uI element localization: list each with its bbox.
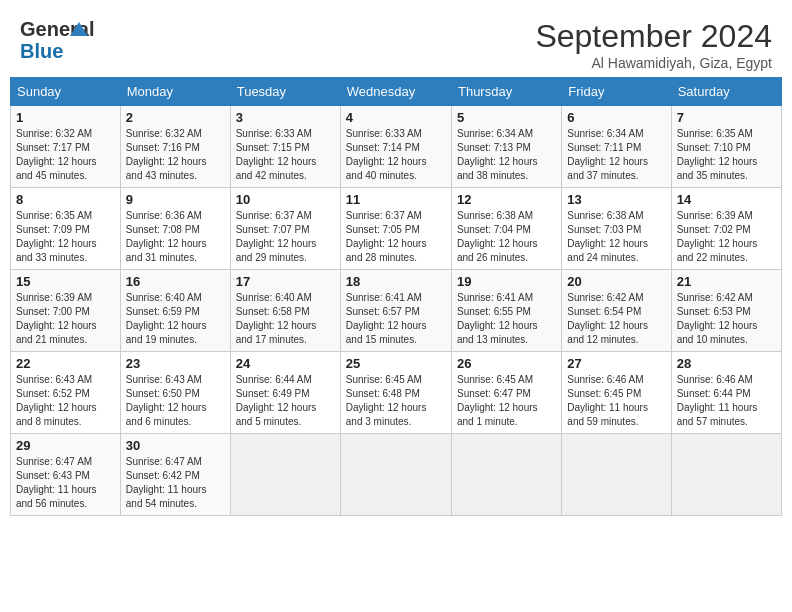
table-row: 6Sunrise: 6:34 AM Sunset: 7:11 PM Daylig… xyxy=(562,106,671,188)
day-info: Sunrise: 6:42 AM Sunset: 6:53 PM Dayligh… xyxy=(677,291,776,347)
logo: General Blue xyxy=(20,18,72,62)
day-number: 28 xyxy=(677,356,776,371)
col-sunday: Sunday xyxy=(11,78,121,106)
day-info: Sunrise: 6:37 AM Sunset: 7:05 PM Dayligh… xyxy=(346,209,446,265)
day-number: 22 xyxy=(16,356,115,371)
day-info: Sunrise: 6:41 AM Sunset: 6:55 PM Dayligh… xyxy=(457,291,556,347)
day-info: Sunrise: 6:34 AM Sunset: 7:13 PM Dayligh… xyxy=(457,127,556,183)
table-row: 20Sunrise: 6:42 AM Sunset: 6:54 PM Dayli… xyxy=(562,270,671,352)
table-row: 13Sunrise: 6:38 AM Sunset: 7:03 PM Dayli… xyxy=(562,188,671,270)
day-number: 20 xyxy=(567,274,665,289)
day-info: Sunrise: 6:47 AM Sunset: 6:43 PM Dayligh… xyxy=(16,455,115,511)
day-info: Sunrise: 6:46 AM Sunset: 6:45 PM Dayligh… xyxy=(567,373,665,429)
day-info: Sunrise: 6:32 AM Sunset: 7:17 PM Dayligh… xyxy=(16,127,115,183)
table-row: 21Sunrise: 6:42 AM Sunset: 6:53 PM Dayli… xyxy=(671,270,781,352)
table-row: 25Sunrise: 6:45 AM Sunset: 6:48 PM Dayli… xyxy=(340,352,451,434)
day-info: Sunrise: 6:37 AM Sunset: 7:07 PM Dayligh… xyxy=(236,209,335,265)
location: Al Hawamidiyah, Giza, Egypt xyxy=(535,55,772,71)
day-number: 27 xyxy=(567,356,665,371)
day-info: Sunrise: 6:43 AM Sunset: 6:50 PM Dayligh… xyxy=(126,373,225,429)
col-thursday: Thursday xyxy=(451,78,561,106)
table-row: 29Sunrise: 6:47 AM Sunset: 6:43 PM Dayli… xyxy=(11,434,121,516)
logo-triangle xyxy=(70,22,88,36)
calendar-week-1: 1Sunrise: 6:32 AM Sunset: 7:17 PM Daylig… xyxy=(11,106,782,188)
day-info: Sunrise: 6:34 AM Sunset: 7:11 PM Dayligh… xyxy=(567,127,665,183)
day-number: 8 xyxy=(16,192,115,207)
day-info: Sunrise: 6:33 AM Sunset: 7:14 PM Dayligh… xyxy=(346,127,446,183)
day-info: Sunrise: 6:39 AM Sunset: 7:00 PM Dayligh… xyxy=(16,291,115,347)
table-row xyxy=(451,434,561,516)
day-number: 14 xyxy=(677,192,776,207)
day-number: 10 xyxy=(236,192,335,207)
table-row: 16Sunrise: 6:40 AM Sunset: 6:59 PM Dayli… xyxy=(120,270,230,352)
day-info: Sunrise: 6:45 AM Sunset: 6:47 PM Dayligh… xyxy=(457,373,556,429)
day-number: 3 xyxy=(236,110,335,125)
day-info: Sunrise: 6:40 AM Sunset: 6:59 PM Dayligh… xyxy=(126,291,225,347)
day-info: Sunrise: 6:44 AM Sunset: 6:49 PM Dayligh… xyxy=(236,373,335,429)
day-info: Sunrise: 6:40 AM Sunset: 6:58 PM Dayligh… xyxy=(236,291,335,347)
calendar-week-2: 8Sunrise: 6:35 AM Sunset: 7:09 PM Daylig… xyxy=(11,188,782,270)
table-row: 26Sunrise: 6:45 AM Sunset: 6:47 PM Dayli… xyxy=(451,352,561,434)
col-wednesday: Wednesday xyxy=(340,78,451,106)
table-row: 8Sunrise: 6:35 AM Sunset: 7:09 PM Daylig… xyxy=(11,188,121,270)
table-row: 15Sunrise: 6:39 AM Sunset: 7:00 PM Dayli… xyxy=(11,270,121,352)
day-number: 19 xyxy=(457,274,556,289)
day-number: 6 xyxy=(567,110,665,125)
col-tuesday: Tuesday xyxy=(230,78,340,106)
day-info: Sunrise: 6:46 AM Sunset: 6:44 PM Dayligh… xyxy=(677,373,776,429)
day-number: 5 xyxy=(457,110,556,125)
day-info: Sunrise: 6:33 AM Sunset: 7:15 PM Dayligh… xyxy=(236,127,335,183)
col-friday: Friday xyxy=(562,78,671,106)
day-number: 15 xyxy=(16,274,115,289)
day-number: 1 xyxy=(16,110,115,125)
table-row xyxy=(562,434,671,516)
day-number: 24 xyxy=(236,356,335,371)
day-number: 2 xyxy=(126,110,225,125)
table-row: 28Sunrise: 6:46 AM Sunset: 6:44 PM Dayli… xyxy=(671,352,781,434)
table-row: 23Sunrise: 6:43 AM Sunset: 6:50 PM Dayli… xyxy=(120,352,230,434)
day-number: 17 xyxy=(236,274,335,289)
table-row: 7Sunrise: 6:35 AM Sunset: 7:10 PM Daylig… xyxy=(671,106,781,188)
calendar-week-3: 15Sunrise: 6:39 AM Sunset: 7:00 PM Dayli… xyxy=(11,270,782,352)
table-row: 19Sunrise: 6:41 AM Sunset: 6:55 PM Dayli… xyxy=(451,270,561,352)
col-monday: Monday xyxy=(120,78,230,106)
day-number: 30 xyxy=(126,438,225,453)
logo-icon: General Blue xyxy=(20,18,72,62)
day-info: Sunrise: 6:38 AM Sunset: 7:03 PM Dayligh… xyxy=(567,209,665,265)
day-number: 18 xyxy=(346,274,446,289)
day-info: Sunrise: 6:32 AM Sunset: 7:16 PM Dayligh… xyxy=(126,127,225,183)
day-info: Sunrise: 6:35 AM Sunset: 7:09 PM Dayligh… xyxy=(16,209,115,265)
table-row: 12Sunrise: 6:38 AM Sunset: 7:04 PM Dayli… xyxy=(451,188,561,270)
table-row xyxy=(340,434,451,516)
day-info: Sunrise: 6:45 AM Sunset: 6:48 PM Dayligh… xyxy=(346,373,446,429)
table-row: 30Sunrise: 6:47 AM Sunset: 6:42 PM Dayli… xyxy=(120,434,230,516)
day-number: 26 xyxy=(457,356,556,371)
day-number: 11 xyxy=(346,192,446,207)
table-row xyxy=(671,434,781,516)
table-row: 5Sunrise: 6:34 AM Sunset: 7:13 PM Daylig… xyxy=(451,106,561,188)
day-info: Sunrise: 6:42 AM Sunset: 6:54 PM Dayligh… xyxy=(567,291,665,347)
day-info: Sunrise: 6:36 AM Sunset: 7:08 PM Dayligh… xyxy=(126,209,225,265)
month-title: September 2024 xyxy=(535,18,772,55)
calendar-table: Sunday Monday Tuesday Wednesday Thursday… xyxy=(10,77,782,516)
day-number: 29 xyxy=(16,438,115,453)
day-info: Sunrise: 6:38 AM Sunset: 7:04 PM Dayligh… xyxy=(457,209,556,265)
table-row: 27Sunrise: 6:46 AM Sunset: 6:45 PM Dayli… xyxy=(562,352,671,434)
day-number: 7 xyxy=(677,110,776,125)
table-row: 17Sunrise: 6:40 AM Sunset: 6:58 PM Dayli… xyxy=(230,270,340,352)
table-row: 14Sunrise: 6:39 AM Sunset: 7:02 PM Dayli… xyxy=(671,188,781,270)
day-info: Sunrise: 6:43 AM Sunset: 6:52 PM Dayligh… xyxy=(16,373,115,429)
day-info: Sunrise: 6:39 AM Sunset: 7:02 PM Dayligh… xyxy=(677,209,776,265)
day-info: Sunrise: 6:47 AM Sunset: 6:42 PM Dayligh… xyxy=(126,455,225,511)
table-row: 24Sunrise: 6:44 AM Sunset: 6:49 PM Dayli… xyxy=(230,352,340,434)
table-row: 10Sunrise: 6:37 AM Sunset: 7:07 PM Dayli… xyxy=(230,188,340,270)
day-info: Sunrise: 6:35 AM Sunset: 7:10 PM Dayligh… xyxy=(677,127,776,183)
day-number: 12 xyxy=(457,192,556,207)
day-number: 25 xyxy=(346,356,446,371)
day-number: 13 xyxy=(567,192,665,207)
day-number: 4 xyxy=(346,110,446,125)
table-row xyxy=(230,434,340,516)
table-row: 3Sunrise: 6:33 AM Sunset: 7:15 PM Daylig… xyxy=(230,106,340,188)
table-row: 2Sunrise: 6:32 AM Sunset: 7:16 PM Daylig… xyxy=(120,106,230,188)
day-number: 9 xyxy=(126,192,225,207)
